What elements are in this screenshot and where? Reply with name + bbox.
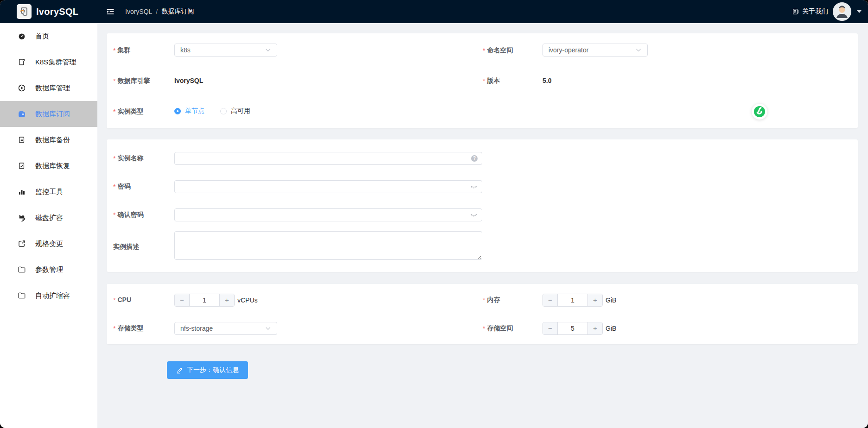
user-avatar[interactable]: [833, 2, 851, 21]
radio-dot-icon: [220, 108, 227, 114]
brand-name: IvorySQL: [36, 6, 78, 17]
breadcrumb-separator: /: [156, 8, 158, 15]
cpu-decrease-button[interactable]: −: [175, 294, 190, 306]
spec-change-icon: [18, 239, 26, 248]
form-row-cpu-memory: CPU − + vCPUs 内存 − + GiB: [107, 286, 858, 314]
form-row-description: 实例描述: [107, 229, 858, 264]
memory-label: 内存: [483, 296, 542, 304]
k8s-cluster-icon: [18, 58, 26, 66]
storage-size-unit: GiB: [606, 325, 616, 332]
sidebar-item-monitor-tools[interactable]: 监控工具: [0, 179, 97, 205]
storage-size-input[interactable]: [558, 322, 587, 334]
sidebar-item-autoscale[interactable]: 自动扩缩容: [0, 283, 97, 308]
sidebar-item-k8s-cluster[interactable]: K8S集群管理: [0, 49, 97, 75]
breadcrumb: IvorySQL / 数据库订阅: [125, 7, 194, 16]
top-header: IvorySQL IvorySQL / 数据库订阅 关于我们: [0, 0, 868, 23]
form-row-password: 密码: [107, 172, 858, 201]
breadcrumb-current: 数据库订阅: [161, 7, 194, 16]
form-row-storage: 存储类型 nfs-storage 存储空间 − + GiB: [107, 314, 858, 342]
form-row-instance-name: 实例名称 ?: [107, 144, 858, 172]
sidebar-item-label: 监控工具: [35, 188, 63, 196]
main-content: 集群 k8s 命名空间 ivory-operator 数据库引擎: [97, 23, 868, 428]
cluster-select[interactable]: k8s: [174, 44, 277, 57]
description-textarea[interactable]: [174, 231, 482, 260]
memory-decrease-button[interactable]: −: [543, 294, 558, 306]
cpu-input[interactable]: [190, 294, 219, 306]
sidebar-fold-icon[interactable]: [106, 7, 115, 16]
instance-name-label: 实例名称: [113, 154, 174, 162]
sidebar-item-label: 数据库订阅: [35, 110, 70, 119]
storage-type-select-value: nfs-storage: [180, 325, 213, 332]
radio-single-node[interactable]: 单节点: [174, 107, 204, 115]
form-row-cluster-namespace: 集群 k8s 命名空间 ivory-operator: [107, 35, 858, 65]
cpu-increase-button[interactable]: +: [219, 294, 234, 306]
header-right: 关于我们: [792, 2, 868, 21]
cluster-label: 集群: [113, 46, 174, 54]
sidebar-item-label: 参数管理: [35, 265, 63, 274]
form-row-confirm-password: 确认密码: [107, 201, 858, 229]
sidebar-item-label: 首页: [35, 32, 49, 41]
avatar-dropdown-caret-icon[interactable]: [857, 10, 862, 13]
monitor-tools-icon: [18, 188, 26, 196]
memory-input[interactable]: [558, 294, 587, 306]
instance-type-label: 实例类型: [113, 107, 174, 115]
sidebar-item-database-subscription[interactable]: 数据库订阅: [0, 101, 97, 127]
sidebar-item-label: 数据库管理: [35, 84, 70, 93]
sidebar-item-disk-expand[interactable]: 磁盘扩容: [0, 205, 97, 231]
basic-info-card: 集群 k8s 命名空间 ivory-operator 数据库引擎: [107, 33, 858, 128]
eye-closed-icon[interactable]: [470, 183, 478, 190]
database-backup-icon: [18, 136, 26, 144]
about-us-link[interactable]: 关于我们: [792, 7, 828, 16]
sidebar-item-label: 自动扩缩容: [35, 291, 70, 300]
radio-high-availability[interactable]: 高可用: [220, 107, 250, 115]
namespace-select-value: ivory-operator: [549, 46, 588, 54]
eye-closed-icon[interactable]: [470, 211, 478, 219]
sidebar-nav: 首页 K8S集群管理 数据库管理 数据库订阅 数据库备份: [0, 23, 97, 428]
radio-dot-icon: [174, 108, 181, 114]
sidebar-item-database-backup[interactable]: 数据库备份: [0, 127, 97, 153]
storage-decrease-button[interactable]: −: [543, 322, 558, 334]
chevron-down-icon: [635, 47, 642, 53]
floating-support-badge[interactable]: [752, 104, 767, 120]
version-value: 5.0: [542, 77, 858, 84]
ivorysql-logo-icon: [17, 4, 32, 19]
memory-increase-button[interactable]: +: [587, 294, 602, 306]
sidebar-item-database-manage[interactable]: 数据库管理: [0, 75, 97, 101]
help-icon[interactable]: ?: [471, 155, 478, 162]
confirm-password-input[interactable]: [175, 209, 482, 221]
chevron-down-icon: [265, 325, 271, 332]
breadcrumb-root[interactable]: IvorySQL: [125, 8, 152, 15]
instance-name-input[interactable]: [175, 152, 482, 164]
sidebar-item-spec-change[interactable]: 规格变更: [0, 231, 97, 257]
storage-increase-button[interactable]: +: [587, 322, 602, 334]
database-subscription-icon: [18, 110, 26, 118]
storage-type-select[interactable]: nfs-storage: [174, 322, 277, 335]
confirm-password-field: [174, 208, 482, 221]
green-swirl-icon: [753, 106, 766, 118]
storage-size-stepper: − + GiB: [542, 322, 858, 335]
sidebar-item-home[interactable]: 首页: [0, 23, 97, 49]
password-input[interactable]: [175, 181, 482, 193]
radio-high-availability-label: 高可用: [231, 107, 250, 115]
sidebar-item-label: 磁盘扩容: [35, 214, 63, 222]
password-field: [174, 180, 482, 193]
about-us-label: 关于我们: [802, 7, 828, 16]
namespace-label: 命名空间: [483, 46, 542, 54]
cpu-stepper: − + vCPUs: [174, 294, 483, 307]
sidebar-item-database-restore[interactable]: 数据库恢复: [0, 153, 97, 179]
disk-expand-icon: [18, 214, 26, 222]
version-label: 版本: [483, 77, 542, 85]
namespace-select[interactable]: ivory-operator: [542, 44, 648, 57]
engine-label: 数据库引擎: [113, 77, 174, 85]
radio-single-node-label: 单节点: [185, 107, 204, 115]
description-label: 实例描述: [113, 243, 174, 251]
app-window: IvorySQL IvorySQL / 数据库订阅 关于我们: [0, 0, 868, 428]
next-step-button[interactable]: 下一步：确认信息: [167, 361, 248, 379]
engine-value: IvorySQL: [174, 77, 483, 84]
sidebar-item-parameter-manage[interactable]: 参数管理: [0, 257, 97, 283]
instance-detail-card: 实例名称 ? 密码: [107, 139, 858, 272]
cluster-select-value: k8s: [180, 46, 191, 54]
password-label: 密码: [113, 183, 174, 190]
form-row-instance-type: 实例类型 单节点 高可用: [107, 96, 858, 126]
chevron-down-icon: [265, 47, 271, 53]
